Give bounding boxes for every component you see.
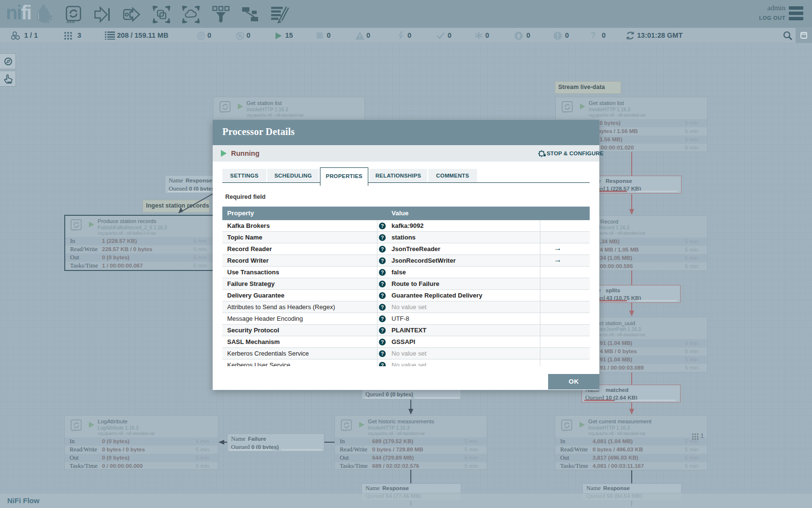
svg-text:?: ?	[381, 316, 384, 322]
svg-text:?: ?	[381, 293, 384, 299]
svg-text:?: ?	[381, 258, 384, 264]
svg-text:?: ?	[381, 305, 384, 310]
svg-text:?: ?	[381, 363, 384, 367]
svg-text:?: ?	[381, 282, 384, 287]
svg-text:?: ?	[381, 340, 384, 345]
svg-text:?: ?	[381, 351, 384, 357]
svg-text:?: ?	[381, 270, 384, 275]
svg-text:?: ?	[381, 247, 384, 252]
svg-text:?: ?	[381, 224, 384, 229]
svg-text:?: ?	[381, 235, 384, 240]
svg-text:?: ?	[381, 328, 384, 333]
